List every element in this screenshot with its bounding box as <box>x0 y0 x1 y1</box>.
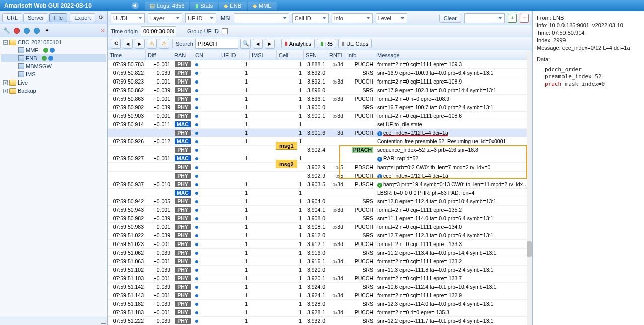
filter-layer[interactable]: Layer <box>148 13 182 23</box>
analytics-button[interactable]: ▮Analytics <box>281 39 315 48</box>
table-row[interactable]: 07:59:50.902+0.039PHY113.900.0SRSsnr=16.… <box>108 103 532 112</box>
table-row[interactable]: 07:59:50.914+0.011MAC11set UE to Idle st… <box>108 120 532 129</box>
table-row[interactable]: 07:59:51.183+0.001PHY113.928.10x3dPUCCHf… <box>108 308 532 317</box>
filter-level[interactable]: Level <box>376 13 407 23</box>
table-row[interactable]: 07:59:51.022+0.039PHY113.912.0SRSsnr=12.… <box>108 231 532 240</box>
table-row[interactable]: 07:59:50.983+0.001PHY113.908.10x3dPUCCHf… <box>108 223 532 231</box>
tree-root[interactable]: −CBC-2021050101 <box>1 38 106 46</box>
saved-filter-combo[interactable] <box>464 13 505 23</box>
filter-info[interactable]: Info <box>332 13 373 23</box>
table-row[interactable]: 07:59:51.143+0.001PHY113.924.10x3dPUCCHf… <box>108 291 532 300</box>
wrench-icon[interactable]: 🔧 <box>2 26 11 35</box>
table-row[interactable]: PHY113.901.63dPDCCHicce_index=0/12 L=4 d… <box>108 129 532 137</box>
tab-stats[interactable]: ▮Stats <box>190 2 218 10</box>
tree-ims[interactable]: IMS <box>1 70 106 78</box>
tab-logs[interactable]: ▤Logs: 4356 <box>145 2 189 10</box>
tree-mme[interactable]: MME <box>1 46 106 54</box>
search-label: Search <box>176 41 193 47</box>
tab-url[interactable]: URL <box>2 13 22 22</box>
col-imsi[interactable]: IMSI <box>250 50 277 60</box>
rb-button[interactable]: ▮RB <box>317 39 336 48</box>
search-go-icon[interactable]: 🔍 <box>240 39 251 49</box>
clear-button[interactable]: Clear <box>439 14 461 23</box>
warn-icon[interactable]: ⚠ <box>147 39 157 49</box>
group-ueid-checkbox[interactable] <box>222 28 228 34</box>
table-row[interactable]: PHY3.902.4PRACHsequence_index=52 ta=3 pr… <box>108 146 532 154</box>
filter-ueid[interactable]: UE ID <box>185 13 216 23</box>
col-rnti[interactable]: RNTI <box>327 50 345 60</box>
tree-mbmsgw[interactable]: MBMSGW <box>1 62 106 70</box>
col-cn[interactable]: CN <box>193 50 219 60</box>
scroll-track[interactable] <box>527 50 532 325</box>
table-row[interactable]: PHY3.902.90x5PDCCHicce_index=0/12 L=4 dc… <box>108 172 532 180</box>
tab-server[interactable]: Server <box>23 13 48 22</box>
table-row[interactable]: 07:59:50.937+0.010PHY113.903.50x3dPUSCH✓… <box>108 180 532 189</box>
table-row[interactable]: PHY3.902.90x5PDSCHharq=si prb=0:2 CW0: t… <box>108 163 532 172</box>
table-row[interactable]: 07:59:50.783+0.001PHY113.888.10x3dPUCCHf… <box>108 60 532 69</box>
refresh-icon[interactable]: ⟳ <box>96 13 105 22</box>
table-row[interactable]: 07:59:50.927+0.001MAC11iRAR: rapid=52 <box>108 154 532 163</box>
stop-icon[interactable] <box>12 26 21 35</box>
table-row[interactable]: 07:59:51.063+0.001PHY113.916.10x3dPUCCHf… <box>108 257 532 266</box>
table-row[interactable]: 07:59:50.982+0.039PHY113.908.0SRSsnr=11.… <box>108 214 532 223</box>
next-icon[interactable]: ► <box>135 39 145 49</box>
time-origin-input[interactable] <box>141 26 176 36</box>
table-row[interactable]: 07:59:50.943+0.001PHY113.904.10x3dPUCCHf… <box>108 206 532 214</box>
export-button[interactable]: Export <box>70 13 95 22</box>
tree-enb[interactable]: ENB <box>1 54 106 62</box>
filter-uldl[interactable]: UL/DL <box>111 13 145 23</box>
table-row[interactable]: 07:59:50.862+0.039PHY113.896.0SRSsnr=17.… <box>108 86 532 95</box>
col-diff[interactable]: Diff <box>146 50 172 60</box>
table-row[interactable]: 07:59:51.222+0.039PHY113.932.0SRSsnr=12.… <box>108 317 532 325</box>
col-time[interactable]: Time <box>108 50 146 60</box>
warn2-icon[interactable]: ⚠ <box>159 39 169 49</box>
table-row[interactable]: 07:59:51.142+0.039PHY113.924.0SRSsnr=10.… <box>108 283 532 291</box>
table-row[interactable]: 07:59:50.926+0.012MAC11Contention free p… <box>108 137 532 146</box>
play-icon[interactable] <box>32 26 41 35</box>
table-row[interactable]: 07:59:50.903+0.001PHY113.900.10x3dPUCCHf… <box>108 112 532 120</box>
table-row[interactable]: 07:59:50.823+0.001PHY113.892.10x3dPUCCHf… <box>108 77 532 86</box>
col-ran[interactable]: RAN <box>172 50 193 60</box>
table-row[interactable]: 07:59:51.103+0.001PHY113.920.10x3dPUCCHf… <box>108 274 532 283</box>
col-cell[interactable]: Cell <box>277 50 304 60</box>
tab-enb[interactable]: ◆ENB <box>219 2 247 10</box>
table-row[interactable]: 07:59:51.062+0.039PHY113.916.0SRSsnr=11.… <box>108 249 532 257</box>
left-scrollbar[interactable] <box>0 317 107 325</box>
add-filter-button[interactable]: + <box>508 14 517 23</box>
search-prev-icon[interactable]: ◄ <box>253 39 263 49</box>
center-panel: UL/DL Layer UE ID IMSI Cell ID Info Leve… <box>108 11 532 325</box>
table-row[interactable]: 07:59:50.942+0.005PHY113.904.0SRSsnr=12.… <box>108 197 532 206</box>
tab-mme[interactable]: ◆MME <box>248 2 277 10</box>
filter-row-1: UL/DL Layer UE ID IMSI Cell ID Info Leve… <box>108 11 532 25</box>
collapse-left-icon[interactable]: ◄ <box>132 2 139 9</box>
table-row[interactable]: 07:59:50.863+0.001PHY113.896.10x3dPUCCHf… <box>108 95 532 103</box>
remove-filter-button[interactable]: − <box>520 14 529 23</box>
search-input[interactable] <box>195 39 238 49</box>
pause-icon[interactable] <box>22 26 31 35</box>
col-msg[interactable]: Message <box>375 50 532 60</box>
tab-file[interactable]: File <box>49 13 67 22</box>
prev-icon[interactable]: ◄ <box>123 39 133 49</box>
close-icon[interactable]: ✕ <box>100 27 105 34</box>
first-icon[interactable]: ⟲ <box>111 39 121 49</box>
tool-row: 🔧 ✦ ✕ <box>0 24 107 37</box>
col-sfn[interactable]: SFN <box>304 50 327 60</box>
table-row[interactable]: 07:59:50.822+0.039PHY113.892.0SRSsnr=16.… <box>108 69 532 77</box>
tree-backup[interactable]: +Backup <box>1 87 106 95</box>
tree-live[interactable]: +Live <box>1 78 106 87</box>
table-row[interactable]: 07:59:51.182+0.039PHY113.928.0SRSsnr=12.… <box>108 300 532 308</box>
filter-imsi[interactable] <box>234 13 289 23</box>
uecaps-button[interactable]: ▮UE Caps <box>338 39 372 48</box>
table-row[interactable]: 07:59:51.102+0.039PHY113.920.0SRSsnr=11.… <box>108 266 532 274</box>
detail-index: Index: 2999 <box>537 37 640 44</box>
search-next-icon[interactable]: ► <box>265 39 275 49</box>
toolbar-row: ⟲ ◄ ► ⚠ ⚠ Search 🔍 ◄ ► ▮Analytics ▮RB ▮U… <box>108 37 532 50</box>
table-row[interactable]: 07:59:51.023+0.001PHY113.912.10x3dPUCCHf… <box>108 240 532 249</box>
table-row[interactable]: MAC11LBSR: b=0 0 0 0 PHR: ph=63 PAD: len… <box>108 189 532 197</box>
col-ueid[interactable]: UE ID <box>219 50 250 60</box>
detail-message: Message: cce_index=0/12 L=4 dci=1a <box>537 44 640 52</box>
filter-cellid[interactable]: Cell ID <box>292 13 329 23</box>
col-info[interactable]: Info <box>345 50 375 60</box>
spark-icon[interactable]: ✦ <box>42 26 51 35</box>
scroll-thumb[interactable] <box>527 241 532 257</box>
